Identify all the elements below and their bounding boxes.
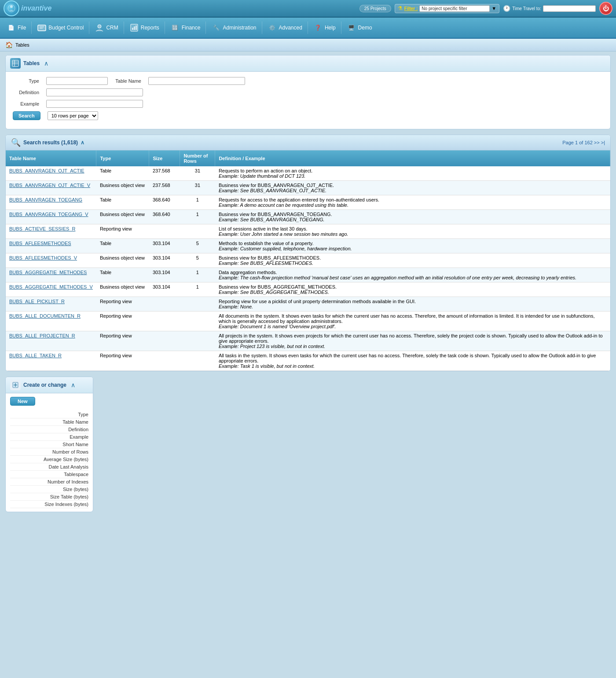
tables-icon	[10, 58, 21, 69]
main-content: Tables ∧ Type Table Name Definition Exam…	[0, 51, 616, 516]
example-input[interactable]	[46, 100, 143, 108]
field-item: Size (bytes)	[10, 486, 88, 493]
budget-icon	[37, 23, 47, 33]
time-travel-area: 🕐 Time Travel to:	[503, 5, 596, 12]
col-header-size: Size	[149, 150, 180, 166]
nav-label-reports: Reports	[141, 25, 159, 31]
nav-separator-1	[31, 22, 32, 34]
table-name-link[interactable]: BUBS_AGGREGATIE_METHODES	[9, 270, 87, 275]
cell-name: BUBS_AFLEESMETHODES_V	[6, 253, 96, 268]
definition-input[interactable]	[46, 88, 143, 96]
type-label: Type	[13, 78, 39, 84]
cell-size: 303.104	[149, 268, 180, 282]
cell-definition: Business view for BUBS_AFLEESMETHODES.Ex…	[215, 253, 610, 268]
search-button[interactable]: Search	[13, 111, 40, 120]
cell-rows	[180, 331, 215, 351]
top-bar-left: invantive	[4, 0, 51, 16]
cell-definition: All projects in the system. It shows eve…	[215, 331, 610, 351]
time-travel-input[interactable]	[543, 5, 596, 12]
power-button[interactable]: ⏻	[599, 2, 612, 15]
table-row: BUBS_AFLEESMETHODES Table 303.104 5 Meth…	[6, 239, 610, 253]
nav-item-crm[interactable]: CRM	[90, 21, 122, 34]
nav-label-administration: Administration	[223, 25, 256, 31]
form-row-4: Search 10 rows per page	[13, 111, 603, 120]
table-name-link[interactable]: BUBS_AFLEESMETHODES	[9, 241, 71, 246]
home-icon[interactable]: 🏠	[5, 41, 13, 48]
search-panel-header: Tables ∧	[6, 55, 610, 72]
cell-type: Reporting view	[96, 224, 149, 239]
cell-name: BUBS_AFLEESMETHODES	[6, 239, 96, 253]
rows-per-page-select[interactable]: 10 rows per page	[48, 111, 98, 120]
table-row: BUBS_ALLE_TAKEN_R Reporting view All tas…	[6, 351, 610, 371]
type-input[interactable]	[46, 77, 108, 85]
cell-definition: Business view for BUBS_AANVRAGEN_OJT_ACT…	[215, 181, 610, 195]
breadcrumb: 🏠 Tables	[0, 39, 616, 51]
nav-item-help[interactable]: ❓ Help	[309, 21, 340, 34]
clock-icon: 🕐	[503, 5, 510, 12]
cell-rows: 1	[180, 268, 215, 282]
cell-definition: All tasks in the system. It shows even t…	[215, 351, 610, 371]
table-name-link[interactable]: BUBS_AGGREGATIE_METHODES_V	[9, 284, 93, 290]
table-name-link[interactable]: BUBS_AANVRAGEN_TOEGANG	[9, 197, 82, 202]
nav-separator-5	[205, 22, 206, 34]
col-header-name: Table Name	[6, 150, 96, 166]
field-item: Definition	[10, 426, 88, 433]
table-row: BUBS_AANVRAGEN_OJT_ACTIE_V Business obje…	[6, 181, 610, 195]
results-header: 🔍 Search results (1,618) ∧ Page 1 of 162…	[6, 135, 610, 150]
table-name-link[interactable]: BUBS_AFLEESMETHODES_V	[9, 255, 77, 260]
table-name-link[interactable]: BUBS_AANVRAGEN_OJT_ACTIE_V	[9, 183, 90, 188]
nav-item-demo[interactable]: 🖥️ Demo	[342, 21, 377, 34]
cell-name: BUBS_ALE_PICKLIST_R	[6, 297, 96, 312]
table-row: BUBS_AGGREGATIE_METHODES_V Business obje…	[6, 282, 610, 297]
nav-item-file[interactable]: 📄 File	[2, 21, 30, 34]
table-name-link[interactable]: BUBS_AANVRAGEN_OJT_ACTIE	[9, 168, 84, 173]
nav-separator-4	[165, 22, 165, 34]
svg-rect-10	[12, 60, 18, 66]
cell-size	[149, 297, 180, 312]
cell-type: Business object view	[96, 253, 149, 268]
nav-separator-2	[89, 22, 89, 34]
cell-rows: 1	[180, 282, 215, 297]
collapse-results-icon[interactable]: ∧	[81, 139, 84, 146]
cell-size	[149, 312, 180, 331]
crm-icon	[95, 23, 104, 33]
example-label: Example	[13, 101, 39, 106]
results-wrapper: 🔍 Search results (1,618) ∧ Page 1 of 162…	[5, 135, 611, 371]
table-name-link[interactable]: BUBS_ALLE_PROJECTEN_R	[9, 333, 75, 338]
cell-size: 303.104	[149, 282, 180, 297]
time-travel-label: Time Travel to:	[512, 6, 541, 11]
cell-type: Table	[96, 268, 149, 282]
funnel-icon: ⚗	[398, 5, 403, 11]
table-name-link[interactable]: BUBS_ALE_PICKLIST_R	[9, 299, 65, 304]
nav-item-administration[interactable]: 🔧 Administration	[207, 21, 260, 34]
cell-definition: Requests to perform an action on an obje…	[215, 166, 610, 181]
help-icon: ❓	[313, 23, 323, 33]
dropdown-arrow-icon: ▼	[491, 6, 496, 11]
cell-type: Table	[96, 195, 149, 210]
nav-item-reports[interactable]: Reports	[125, 21, 164, 34]
new-button[interactable]: New	[10, 397, 35, 406]
cell-rows	[180, 351, 215, 371]
collapse-icon[interactable]: ∧	[44, 60, 48, 67]
filter-select[interactable]: No project specific filter	[419, 5, 490, 12]
table-name-input[interactable]	[148, 77, 245, 85]
nav-item-budget[interactable]: Budget Control	[33, 21, 88, 34]
cell-type: Reporting view	[96, 297, 149, 312]
field-item: Type	[10, 411, 88, 418]
nav-separator-8	[341, 22, 341, 34]
table-row: BUBS_ALLE_DOCUMENTEN_R Reporting view Al…	[6, 312, 610, 331]
cell-name: BUBS_ACTIEVE_SESSIES_R	[6, 224, 96, 239]
table-name-link[interactable]: BUBS_AANVRAGEN_TOEGANG_V	[9, 212, 88, 217]
nav-item-finance[interactable]: 🔢 Finance	[166, 21, 205, 34]
filter-label[interactable]: Filter :	[404, 6, 418, 11]
table-name-link[interactable]: BUBS_ALLE_TAKEN_R	[9, 353, 62, 358]
table-name-link[interactable]: BUBS_ALLE_DOCUMENTEN_R	[9, 313, 81, 319]
create-collapse-icon[interactable]: ∧	[71, 381, 75, 388]
cell-definition: Business view for BUBS_AGGREGATIE_METHOD…	[215, 282, 610, 297]
field-item: Number of Rows	[10, 448, 88, 456]
table-name-link[interactable]: BUBS_ACTIEVE_SESSIES_R	[9, 226, 75, 231]
table-row: BUBS_AFLEESMETHODES_V Business object vi…	[6, 253, 610, 268]
table-row: BUBS_ALLE_PROJECTEN_R Reporting view All…	[6, 331, 610, 351]
nav-item-advanced[interactable]: ⚙️ Advanced	[263, 21, 307, 34]
advanced-icon: ⚙️	[268, 23, 277, 33]
